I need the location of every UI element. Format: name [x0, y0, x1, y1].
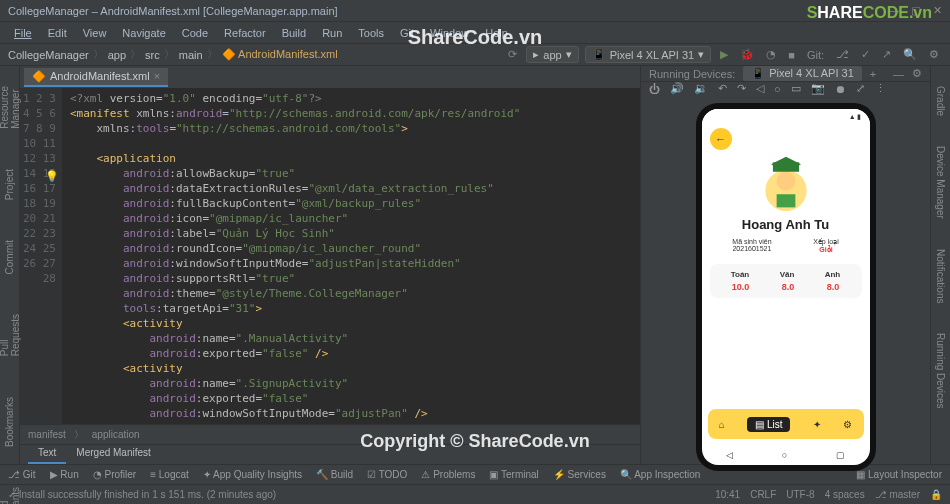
- app-back-button[interactable]: ←: [710, 128, 732, 150]
- bt-inspection[interactable]: 🔍 App Inspection: [620, 469, 700, 480]
- crumb-application[interactable]: application: [92, 429, 140, 440]
- more-icon[interactable]: ⋮: [875, 82, 886, 95]
- bt-services[interactable]: ⚡ Services: [553, 469, 606, 480]
- bt-quality[interactable]: ✦ App Quality Insights: [203, 469, 302, 480]
- editor-mode-merged[interactable]: Merged Manifest: [66, 445, 160, 464]
- run-icon[interactable]: ▶: [717, 48, 731, 61]
- bt-profiler[interactable]: ◔ Profiler: [93, 469, 136, 480]
- running-device-tab[interactable]: 📱 Pixel 4 XL API 31: [743, 66, 862, 81]
- rank-label: Xếp loại: [813, 238, 839, 246]
- maximize-button[interactable]: ▢: [911, 4, 921, 17]
- status-message: ✓ Install successfully finished in 1 s 1…: [8, 489, 276, 500]
- bt-run[interactable]: ▶ Run: [50, 469, 79, 480]
- rotate-left-icon[interactable]: ↶: [718, 82, 727, 95]
- menu-window[interactable]: Window: [424, 25, 475, 41]
- rotate-right-icon[interactable]: ↷: [737, 82, 746, 95]
- menu-view[interactable]: View: [77, 25, 113, 41]
- menu-refactor[interactable]: Refactor: [218, 25, 272, 41]
- panel-gear-icon[interactable]: ⚙: [912, 67, 922, 80]
- tool-gradle[interactable]: Gradle: [935, 86, 946, 116]
- menu-run[interactable]: Run: [316, 25, 348, 41]
- menu-navigate[interactable]: Navigate: [116, 25, 171, 41]
- android-home-icon[interactable]: ○: [782, 450, 787, 460]
- vol-up-icon[interactable]: 🔊: [670, 82, 684, 95]
- cursor-position[interactable]: 10:41: [715, 489, 740, 500]
- tool-device-manager[interactable]: Device Manager: [935, 146, 946, 219]
- add-device-icon[interactable]: +: [870, 68, 876, 80]
- bc-project[interactable]: CollegeManager: [8, 49, 89, 61]
- stop-icon[interactable]: ■: [785, 49, 798, 61]
- bc-src[interactable]: src: [145, 49, 160, 61]
- bt-logcat[interactable]: ≡ Logcat: [150, 469, 189, 480]
- settings-icon[interactable]: ⚙: [926, 48, 942, 61]
- tool-resource-manager[interactable]: Resource Manager: [0, 86, 21, 129]
- git-push-icon[interactable]: ↗: [879, 48, 894, 61]
- minimize-button[interactable]: —: [888, 4, 899, 17]
- bc-app[interactable]: app: [108, 49, 126, 61]
- nav-list-button[interactable]: ▤ List: [747, 417, 790, 432]
- main-menu: File Edit View Navigate Code Refactor Bu…: [0, 22, 950, 44]
- home-icon[interactable]: ○: [774, 83, 781, 95]
- close-button[interactable]: ✕: [933, 4, 942, 17]
- screenshot-icon[interactable]: 📷: [811, 82, 825, 95]
- intention-bulb-icon[interactable]: 💡: [45, 170, 59, 183]
- power-icon[interactable]: ⏻: [649, 83, 660, 95]
- bt-todo[interactable]: ☑ TODO: [367, 469, 407, 480]
- vol-down-icon[interactable]: 🔉: [694, 82, 708, 95]
- run-config-select[interactable]: ▸ app ▾: [526, 46, 578, 63]
- editor-tab-manifest[interactable]: 🔶 AndroidManifest.xml ×: [24, 68, 168, 87]
- menu-build[interactable]: Build: [276, 25, 312, 41]
- indent[interactable]: 4 spaces: [825, 489, 865, 500]
- nav-add-icon[interactable]: ✦: [813, 419, 821, 430]
- close-tab-icon[interactable]: ×: [154, 70, 160, 82]
- git-branch[interactable]: ⎇ master: [875, 489, 920, 500]
- record-icon[interactable]: ⏺: [835, 83, 846, 95]
- encoding[interactable]: UTF-8: [786, 489, 814, 500]
- android-recents-icon[interactable]: ▢: [836, 450, 845, 460]
- tool-pull-requests[interactable]: Pull Requests: [0, 314, 21, 356]
- back-icon[interactable]: ◁: [756, 82, 764, 95]
- menu-code[interactable]: Code: [176, 25, 214, 41]
- tool-project[interactable]: Project: [4, 169, 15, 200]
- profile-icon[interactable]: ◔: [763, 48, 779, 61]
- nav-home-icon[interactable]: ⌂: [719, 419, 725, 430]
- menu-edit[interactable]: Edit: [42, 25, 73, 41]
- android-back-icon[interactable]: ◁: [726, 450, 733, 460]
- overview-icon[interactable]: ▭: [791, 82, 801, 95]
- bc-file[interactable]: 🔶 AndroidManifest.xml: [222, 48, 338, 61]
- editor-mode-text[interactable]: Text: [28, 445, 66, 464]
- bt-build[interactable]: 🔨 Build: [316, 469, 353, 480]
- lock-icon[interactable]: 🔒: [930, 489, 942, 500]
- rank-value: Giỏi: [813, 246, 839, 254]
- tool-commit[interactable]: Commit: [4, 240, 15, 274]
- git-branch-icon[interactable]: ⎇: [833, 48, 852, 61]
- sync-icon[interactable]: ⟳: [505, 48, 520, 61]
- svg-rect-4: [776, 194, 795, 207]
- code-editor[interactable]: <?xml version="1.0" encoding="utf-8"?> <…: [62, 88, 640, 424]
- panel-hide-icon[interactable]: —: [893, 68, 904, 80]
- menu-git[interactable]: Git: [394, 25, 420, 41]
- tool-build-variants[interactable]: Build Variants: [0, 487, 21, 504]
- tool-running-devices[interactable]: Running Devices: [935, 333, 946, 409]
- bt-problems[interactable]: ⚠ Problems: [421, 469, 475, 480]
- tool-bookmarks[interactable]: Bookmarks: [4, 397, 15, 447]
- bc-main[interactable]: main: [179, 49, 203, 61]
- debug-icon[interactable]: 🐞: [737, 48, 757, 61]
- crumb-manifest[interactable]: manifest: [28, 429, 66, 440]
- bottom-nav: ⌂ ▤ List ✦ ⚙: [708, 409, 864, 439]
- resize-icon[interactable]: ⤢: [856, 82, 865, 95]
- tool-notifications[interactable]: Notifications: [935, 249, 946, 303]
- git-pull-icon[interactable]: ✓: [858, 48, 873, 61]
- nav-settings-icon[interactable]: ⚙: [843, 419, 852, 430]
- search-icon[interactable]: 🔍: [900, 48, 920, 61]
- line-sep[interactable]: CRLF: [750, 489, 776, 500]
- device-select[interactable]: 📱 Pixel 4 XL API 31 ▾: [585, 46, 712, 63]
- bt-terminal[interactable]: ▣ Terminal: [489, 469, 538, 480]
- bt-git[interactable]: ⎇ Git: [8, 469, 36, 480]
- editor-breadcrumb: manifest〉 application: [20, 424, 640, 444]
- menu-file[interactable]: File: [8, 25, 38, 41]
- bt-layout-inspector[interactable]: ▦ Layout Inspector: [856, 469, 942, 480]
- menu-tools[interactable]: Tools: [352, 25, 390, 41]
- menu-help[interactable]: Help: [479, 25, 514, 41]
- avatar: [702, 153, 870, 213]
